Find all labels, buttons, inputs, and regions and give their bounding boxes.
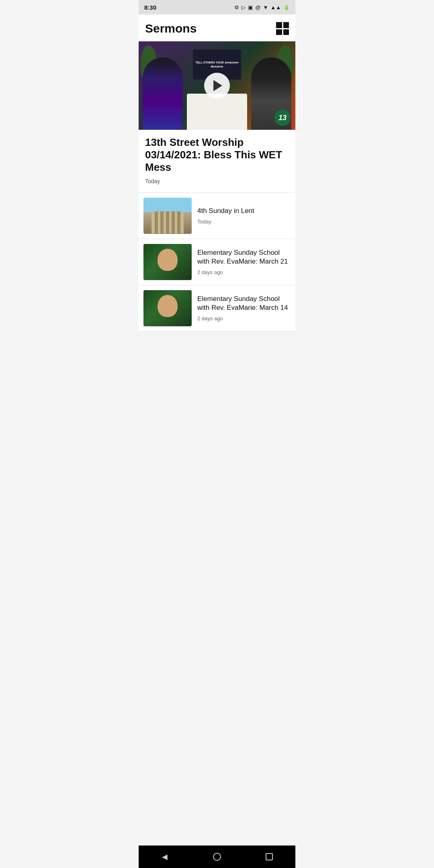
thumbnail-green-2: [143, 290, 192, 326]
featured-date: Today: [145, 178, 289, 184]
church-image: [143, 198, 192, 234]
list-content: Elementary Sunday School with Rev. EvaMa…: [197, 248, 291, 275]
item-title: 4th Sunday in Lent: [197, 207, 291, 215]
item-date: 2 days ago: [197, 269, 291, 275]
content-area: TELL OTHERS YOUR Johannine Moments 13 13…: [139, 41, 295, 354]
list-content: 4th Sunday in Lent Today: [197, 207, 291, 225]
signal-icon: ▲▲: [270, 4, 281, 10]
item-title: Elementary Sunday School with Rev. EvaMa…: [197, 248, 291, 266]
app-header: Sermons: [139, 14, 295, 41]
at-icon: @: [255, 4, 260, 10]
channel-badge: 13: [274, 110, 291, 126]
green-image: [143, 244, 192, 280]
grid-view-button[interactable]: [276, 22, 289, 35]
play-triangle-icon: [213, 80, 222, 91]
item-date: 2 days ago: [197, 315, 291, 321]
tv-text: TELL OTHERS YOUR Johannine Moments: [193, 61, 241, 68]
church-columns: [155, 211, 180, 233]
featured-video[interactable]: TELL OTHERS YOUR Johannine Moments 13: [139, 41, 295, 130]
play-button[interactable]: [204, 73, 230, 98]
settings-icon: ⚙: [234, 4, 239, 10]
green-image-2: [143, 290, 192, 326]
battery-icon: 🔋: [283, 4, 290, 10]
list-content: Elementary Sunday School with Rev. EvaMa…: [197, 295, 291, 321]
status-bar: 8:30 ⚙ ▷ ▣ @ ▼ ▲▲ 🔋: [139, 0, 295, 14]
status-icons: ⚙ ▷ ▣ @ ▼ ▲▲ 🔋: [234, 4, 290, 10]
person-left: [143, 57, 183, 130]
play-store-icon: ▷: [242, 4, 246, 10]
item-date: Today: [197, 219, 291, 225]
list-item[interactable]: 4th Sunday in Lent Today: [139, 193, 295, 239]
list-item[interactable]: Elementary Sunday School with Rev. EvaMa…: [139, 285, 295, 332]
page-title: Sermons: [145, 22, 197, 35]
thumbnail-green: [143, 244, 192, 280]
status-time: 8:30: [144, 4, 156, 11]
list-item[interactable]: Elementary Sunday School with Rev. EvaMa…: [139, 239, 295, 285]
wifi-icon: ▼: [263, 4, 268, 10]
face-silhouette: [158, 249, 178, 271]
thumbnail-church: [143, 198, 192, 234]
item-title: Elementary Sunday School with Rev. EvaMa…: [197, 295, 291, 312]
featured-info: 13th Street Worship 03/14/2021: Bless Th…: [139, 130, 295, 193]
face-silhouette-2: [158, 295, 178, 317]
table: [187, 94, 247, 130]
featured-title: 13th Street Worship 03/14/2021: Bless Th…: [145, 136, 289, 174]
clipboard-icon: ▣: [248, 4, 253, 10]
